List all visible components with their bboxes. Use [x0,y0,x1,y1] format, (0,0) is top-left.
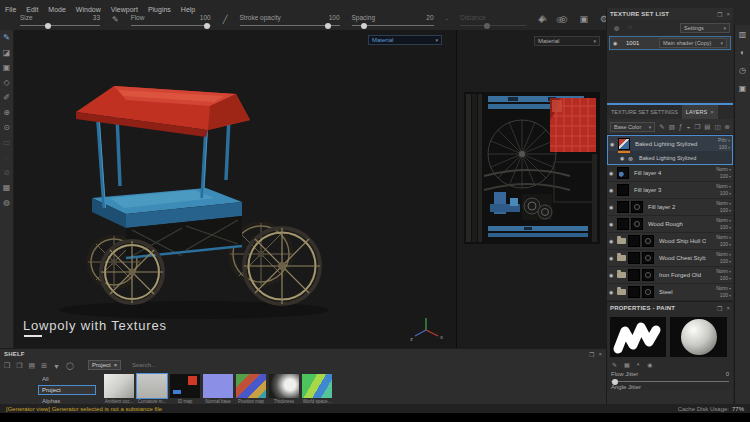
physics-mode-icon[interactable]: ◉ [647,361,652,368]
viewer-settings-icon[interactable]: ▣ [739,84,747,93]
smudge-tool[interactable]: ✐ [3,93,10,102]
add-smart-material-icon[interactable]: ▤ [704,123,710,131]
add-mask-icon[interactable]: ◒ [686,123,690,131]
pen-pressure-icon[interactable]: ✎ [540,14,548,24]
slider-distance[interactable]: Distance [460,14,526,26]
visibility-icon[interactable]: ◉ [609,221,617,227]
flow-jitter-slider[interactable] [611,381,729,382]
clone-tool[interactable]: ⊕ [3,108,10,117]
slider-knob[interactable] [45,23,51,29]
shelf-filter-tag[interactable]: Project × [88,360,121,370]
slider-track[interactable] [460,25,526,26]
slider-track[interactable] [240,25,340,26]
menu-mode[interactable]: Mode [48,6,66,13]
brush-preview-icon[interactable]: ✎ [612,361,617,368]
shading-mode-dropdown-2d[interactable]: Material ▾ [534,36,600,46]
add-folder-icon[interactable]: ❒ [694,123,700,131]
shader-dropdown[interactable]: Main shader (Copy) ▾ [659,38,727,48]
shelf-resource[interactable]: Ambient occ... [104,374,134,404]
eraser-tool[interactable]: ◪ [3,48,11,57]
panel-float-icon[interactable]: ❐ [589,351,594,358]
blend-mode-value[interactable]: Norm [706,200,731,207]
visibility-icon[interactable]: ◉ [609,204,617,210]
opacity-value[interactable]: 100 [706,190,731,197]
panel-close-icon[interactable]: × [598,351,602,357]
tab-close-icon[interactable]: × [710,109,714,115]
lazy-mouse-icon[interactable]: ◎ [560,14,568,24]
slider-track[interactable] [20,25,100,26]
menu-plugins[interactable]: Plugins [148,6,171,13]
visibility-icon[interactable]: ◉ [609,187,617,193]
shelf-resource[interactable]: ID map [170,374,200,404]
layer-row-iron-forged-old[interactable]: ◉Iron Forged OldNorm100 [607,267,733,284]
particles-tool[interactable]: ⊘ [3,168,10,177]
flow-jitter-control[interactable]: Flow Jitter 0 [607,369,733,382]
history-icon[interactable]: ◷ [739,66,746,75]
filter-icon[interactable]: ◍ [614,24,619,31]
shelf-resource[interactable]: Normal base [203,374,233,404]
shelf-grid-view-icon[interactable]: ⊞ [41,362,47,370]
layer-blend-opacity[interactable]: Norm100 [706,268,731,282]
layer-blend-opacity[interactable]: Norm100 [706,251,731,265]
shelf-panel-icon[interactable]: ❐ [16,362,22,370]
camera-icon[interactable]: ▣ [579,14,588,24]
layer-row-fill-layer-3[interactable]: ◉Fill layer 3Norm100 [607,182,733,199]
shader-settings-icon[interactable]: ◐ [740,48,745,57]
shelf-resource[interactable]: Thickness [269,374,299,404]
slider-spacing[interactable]: Spacing20 [352,14,434,26]
blend-mode-value[interactable]: Norm [706,234,731,241]
selected-layer-group[interactable]: ◉Baked Lighting StylizedPthr100◉⊛Baked L… [607,135,733,165]
slider-knob[interactable] [484,23,490,29]
slider-knob[interactable] [361,23,367,29]
visibility-icon[interactable]: ◉ [609,238,617,244]
menu-file[interactable]: File [5,6,16,13]
add-effect-icon[interactable]: ƒ [679,123,683,131]
slider-knob[interactable] [612,379,618,385]
blend-mode-value[interactable]: Norm [706,217,731,224]
slider-flow[interactable]: Flow100 [131,14,211,26]
separator-dot-icon[interactable]: · [446,15,449,25]
layer-row-baked-lighting-stylized[interactable]: ◉Baked Lighting StylizedPthr100 [608,136,732,152]
visibility-icon[interactable]: ◉ [610,141,618,147]
blend-mode-value[interactable]: Norm [706,166,731,173]
viewport-3d[interactable]: Material ▾ Lowpoly with Textures x z [14,30,456,348]
layer-effect-row[interactable]: ◉⊛Baked Lighting Stylized [608,152,732,164]
tag-close-icon[interactable]: × [114,362,118,368]
opacity-value[interactable]: 100 [706,275,731,282]
angle-jitter-control[interactable]: Angle Jitter [607,382,733,390]
shelf-category-all[interactable]: All [38,374,96,384]
panel-float-icon[interactable]: ❐ [717,305,722,312]
shelf-resource[interactable]: World space... [302,374,332,404]
refresh-icon[interactable]: ◌ [628,24,632,31]
instantiate-icon[interactable]: ◫ [714,123,720,131]
blend-mode-value[interactable]: Norm [706,268,731,275]
opacity-value[interactable]: 100 [705,144,730,151]
layer-row-wood-rough[interactable]: ◉Wood RoughNorm100 [607,216,733,233]
add-fill-layer-icon[interactable]: ▧ [669,123,675,131]
geometry-mask-tool[interactable]: ▭ [3,138,11,147]
selection-tool[interactable]: ◌ [4,153,9,162]
stamp-preview-icon[interactable]: ▦ [624,361,630,368]
slider-knob[interactable] [204,23,210,29]
export-tool[interactable]: ▦ [3,183,11,192]
slider-track[interactable] [352,25,434,26]
add-paint-layer-icon[interactable]: ✎ [659,123,664,131]
display-settings-icon[interactable]: ▥ [739,30,747,39]
slider-track[interactable] [131,25,211,26]
material-preview-sphere[interactable] [670,317,727,357]
material-mode-icon[interactable]: ◐ [637,361,641,368]
blend-mode-value[interactable]: Norm [706,285,731,292]
slider-size[interactable]: Size33 [20,14,100,26]
visibility-icon[interactable]: ◉ [613,40,621,46]
shelf-filter-icon[interactable]: ▼ [53,363,60,370]
shelf-world-icon[interactable]: ◯ [66,362,74,370]
shelf-list-view-icon[interactable]: ▤ [29,362,36,370]
layer-row-fill-layer-2[interactable]: ◉Fill layer 2Norm100 [607,199,733,216]
opacity-value[interactable]: 100 [706,224,731,231]
visibility-icon[interactable]: ◉ [609,170,617,176]
opacity-value[interactable]: 100 [706,258,731,265]
stroke-path-icon[interactable]: ╱ [223,15,228,25]
layer-blend-opacity[interactable]: Pthr100 [705,137,730,151]
menu-edit[interactable]: Edit [26,6,38,13]
shelf-category-project[interactable]: Project [38,385,96,395]
